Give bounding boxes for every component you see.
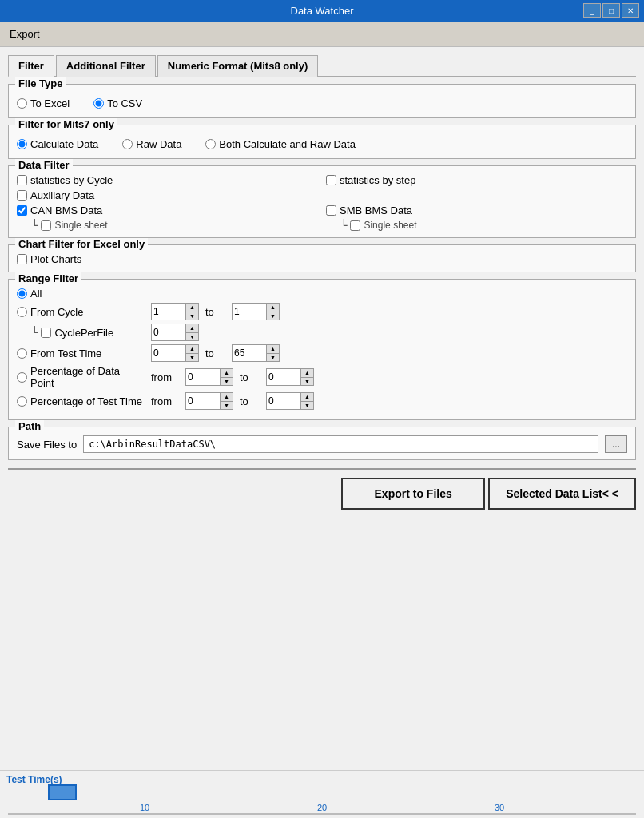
data-filter-legend: Data Filter xyxy=(15,159,73,171)
window-controls: _ □ ✕ xyxy=(583,3,639,18)
path-input[interactable] xyxy=(83,435,598,453)
cycle-per-file-value[interactable] xyxy=(153,327,185,338)
maximize-btn[interactable]: □ xyxy=(602,3,620,18)
test-time-pct-to-input[interactable] xyxy=(268,395,300,407)
tab-additional-filter[interactable]: Additional Filter xyxy=(56,55,156,77)
stats-step-check[interactable]: statistics by step xyxy=(326,174,627,186)
stats-cycle-input[interactable] xyxy=(17,175,27,185)
smb-bms-check[interactable]: SMB BMS Data xyxy=(326,204,627,216)
from-test-time-row: From Test Time ▲ ▼ to ▲ ▼ xyxy=(17,344,627,362)
single-sheet-left-input[interactable] xyxy=(41,220,51,231)
test-time-pct-from-input[interactable] xyxy=(188,395,220,407)
data-point-to-down[interactable]: ▼ xyxy=(300,378,313,386)
cycle-per-file-input[interactable] xyxy=(41,328,51,338)
data-point-from[interactable]: ▲ ▼ xyxy=(185,368,233,386)
test-time-pct-to[interactable]: ▲ ▼ xyxy=(266,392,314,410)
smb-bms-input[interactable] xyxy=(326,205,336,216)
test-time-pct-from[interactable]: ▲ ▼ xyxy=(185,392,233,410)
both-data-input[interactable] xyxy=(205,139,216,149)
tab-filter[interactable]: Filter xyxy=(8,55,54,77)
pct-data-point-radio-input[interactable] xyxy=(17,372,27,383)
selected-data-list-button[interactable]: Selected Data List< < xyxy=(488,478,636,510)
raw-data-radio[interactable]: Raw Data xyxy=(122,138,181,150)
can-bms-input[interactable] xyxy=(17,205,27,216)
from-cycle-from[interactable]: ▲ ▼ xyxy=(151,303,199,320)
minimize-btn[interactable]: _ xyxy=(583,3,601,18)
browse-button[interactable]: ... xyxy=(605,435,627,453)
all-radio[interactable]: All xyxy=(17,288,42,300)
from-cycle-from-down[interactable]: ▼ xyxy=(185,312,198,320)
to-excel-radio[interactable]: To Excel xyxy=(17,97,70,109)
calc-data-input[interactable] xyxy=(17,139,27,149)
to-csv-input[interactable] xyxy=(93,98,104,109)
cycle-per-file-down[interactable]: ▼ xyxy=(185,333,198,341)
test-time-to[interactable]: ▲ ▼ xyxy=(232,344,280,362)
data-point-from-up[interactable]: ▲ xyxy=(220,369,233,378)
test-time-to-down[interactable]: ▼ xyxy=(266,354,279,362)
from-cycle-radio[interactable]: From Cycle xyxy=(17,306,83,318)
stats-step-input[interactable] xyxy=(326,175,336,185)
mits7-row: Calculate Data Raw Data Both Calculate a… xyxy=(17,133,627,152)
can-bms-check[interactable]: CAN BMS Data xyxy=(17,204,318,216)
from-test-time-radio-input[interactable] xyxy=(17,348,27,359)
data-point-to[interactable]: ▲ ▼ xyxy=(266,368,314,386)
raw-data-input[interactable] xyxy=(122,139,133,149)
export-to-files-button[interactable]: Export to Files xyxy=(341,478,485,510)
test-time-pct-to-down[interactable]: ▼ xyxy=(300,402,313,410)
data-point-to-input[interactable] xyxy=(268,371,300,383)
all-radio-input[interactable] xyxy=(17,288,27,299)
test-time-from-up[interactable]: ▲ xyxy=(185,345,198,354)
tab-bar: Filter Additional Filter Numeric Format … xyxy=(8,54,636,77)
both-data-radio[interactable]: Both Calculate and Raw Data xyxy=(205,138,356,150)
single-sheet-left-check[interactable]: Single sheet xyxy=(41,220,107,231)
mits7-filter-group: Filter for Mits7 only Calculate Data Raw… xyxy=(8,125,636,159)
tab-numeric-format[interactable]: Numeric Format (Mits8 only) xyxy=(157,55,319,77)
stats-cycle-check[interactable]: statistics by Cycle xyxy=(17,174,318,186)
from-cycle-to[interactable]: ▲ ▼ xyxy=(232,303,280,320)
timeline-track[interactable]: 10 20 30 xyxy=(8,787,636,815)
pct-data-point-row: Percentage of Data Point from ▲ ▼ to ▲ xyxy=(17,365,627,389)
save-files-label: Save Files to xyxy=(17,439,77,451)
test-time-to-up[interactable]: ▲ xyxy=(266,345,279,354)
tick-30: 30 xyxy=(495,803,504,812)
from-cycle-to-up[interactable]: ▲ xyxy=(266,304,279,312)
cycle-per-file-up[interactable]: ▲ xyxy=(185,324,198,333)
auxiliary-check[interactable]: Auxiliary Data xyxy=(17,189,318,201)
from-cycle-row: From Cycle ▲ ▼ to ▲ ▼ xyxy=(17,303,627,320)
test-time-pct-from-up[interactable]: ▲ xyxy=(220,393,233,402)
test-time-pct-to-up[interactable]: ▲ xyxy=(300,393,313,402)
cycle-per-file-check[interactable]: CyclePerFile xyxy=(41,327,113,339)
from-cycle-radio-input[interactable] xyxy=(17,307,27,317)
timeline-handle[interactable] xyxy=(48,784,77,800)
to-excel-input[interactable] xyxy=(17,98,27,109)
plot-charts-check[interactable]: Plot Charts xyxy=(17,253,627,265)
app-title: Data Watcher xyxy=(291,5,354,17)
single-sheet-right-input[interactable] xyxy=(350,220,360,231)
from-cycle-from-input[interactable] xyxy=(153,306,185,317)
to-csv-radio[interactable]: To CSV xyxy=(93,97,142,109)
to-label-test-time: to xyxy=(205,347,225,359)
data-point-from-down[interactable]: ▼ xyxy=(220,378,233,386)
single-sheet-right-check[interactable]: Single sheet xyxy=(350,220,416,231)
cycle-per-file-spinbox[interactable]: ▲ ▼ xyxy=(151,324,199,341)
from-test-time-radio[interactable]: From Test Time xyxy=(17,347,101,359)
pct-test-time-radio-input[interactable] xyxy=(17,396,27,407)
test-time-from[interactable]: ▲ ▼ xyxy=(151,344,199,362)
test-time-to-input[interactable] xyxy=(234,347,266,359)
test-time-from-down[interactable]: ▼ xyxy=(185,354,198,362)
from-cycle-to-input[interactable] xyxy=(234,306,266,317)
auxiliary-input[interactable] xyxy=(17,190,27,201)
test-time-from-input[interactable] xyxy=(153,347,185,359)
pct-data-point-radio[interactable]: Percentage of Data Point xyxy=(17,365,145,389)
from-cycle-from-up[interactable]: ▲ xyxy=(185,304,198,312)
test-time-pct-from-down[interactable]: ▼ xyxy=(220,402,233,410)
plot-charts-input[interactable] xyxy=(17,254,27,264)
pct-test-time-row: Percentage of Test Time from ▲ ▼ to ▲ xyxy=(17,392,627,410)
calc-data-radio[interactable]: Calculate Data xyxy=(17,138,98,150)
from-cycle-to-down[interactable]: ▼ xyxy=(266,312,279,320)
close-btn[interactable]: ✕ xyxy=(622,3,639,18)
pct-test-time-radio[interactable]: Percentage of Test Time xyxy=(17,395,142,407)
data-point-to-up[interactable]: ▲ xyxy=(300,369,313,378)
to-label-data-point: to xyxy=(240,371,260,383)
data-point-from-input[interactable] xyxy=(188,371,220,383)
